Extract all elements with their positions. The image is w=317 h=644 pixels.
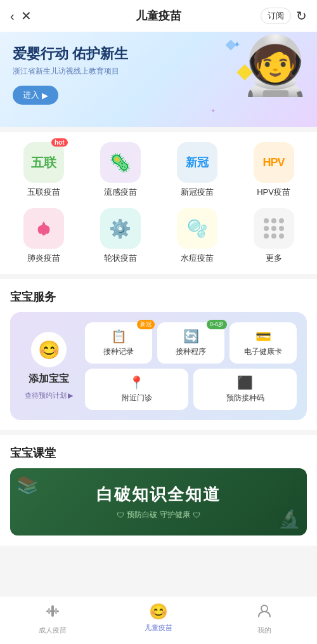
baby-service-card: 😊 添加宝宝 查待预约计划 ▶ 新冠 📋 接种记录 0-6岁 🔄 [10,312,307,420]
classroom-banner-subtitle: 🛡 预防白破 守护健康 🛡 [117,509,200,520]
vaccine-item-shuidu[interactable]: 🫧 水痘疫苗 [164,208,230,264]
back-icon[interactable]: ‹ [10,9,15,23]
service-item-yufang-ma[interactable]: ⬛ 预防接种码 [193,369,297,410]
star-decoration-2: ✦ [89,51,94,58]
chengxu-label: 接种程序 [176,346,206,357]
jilu-icon: 📋 [111,329,127,344]
add-baby-section[interactable]: 😊 添加宝宝 查待预约计划 ▶ [20,322,77,410]
classroom-deco-right: 🔬 [278,508,301,529]
vaccine-item-lun[interactable]: ⚙️ 轮状疫苗 [87,208,153,264]
vaccine-item-xinguan[interactable]: 新冠 新冠疫苗 [164,142,230,198]
service-grid-container: 新冠 📋 接种记录 0-6岁 🔄 接种程序 💳 电子健康卡 [85,322,297,410]
nav-item-mine[interactable]: 我的 [211,596,317,644]
vaccine-icon-xinguan: 新冠 [177,142,217,183]
refresh-icon[interactable]: ↻ [296,8,307,23]
menzhen-label: 附近门诊 [122,393,152,404]
vaccine-item-hpv[interactable]: HPV HPV疫苗 [240,142,307,198]
vaccine-label-more: 更多 [266,253,282,264]
child-vaccine-label: 儿童疫苗 [145,623,172,633]
vaccine-icon-wulian: 五联 hot [23,142,64,183]
vaccine-label-feiyan: 肺炎疫苗 [27,253,60,264]
bottom-nav: 成人疫苗 😊 儿童疫苗 我的 [0,596,317,644]
vaccine-label-shuidu: 水痘疫苗 [181,253,214,264]
chengxu-icon: 🔄 [183,329,199,344]
vaccine-label-hpv: HPV疫苗 [257,187,290,198]
banner: 爱婴行动 佑护新生 浙江省新生儿访视线上教育项目 进入 ▶ ✦ ✦ ✦ 🧑‍🚀 [0,32,317,127]
vaccine-item-feiyan[interactable]: 肺炎疫苗 [10,208,77,264]
star-decoration-3: ✦ [210,107,216,114]
banner-enter-button[interactable]: 进入 ▶ [13,86,58,105]
classroom-section: 宝宝课堂 📚 🔬 白破知识全知道 🛡 预防白破 守护健康 🛡 [0,435,317,546]
baby-avatar: 😊 [31,332,67,367]
vaccine-label-lun: 轮状疫苗 [104,253,137,264]
service-item-fujin-menzhen[interactable]: 📍 附近门诊 [85,369,188,410]
classroom-title: 宝宝课堂 [10,445,307,461]
svg-rect-1 [51,605,54,617]
svg-rect-3 [55,608,57,614]
jiankang-icon: 💳 [256,329,271,344]
vaccine-icon-liugan: 🦠 [100,142,141,183]
vaccine-item-wulian[interactable]: 五联 hot 五联疫苗 [10,142,77,198]
classroom-banner[interactable]: 📚 🔬 白破知识全知道 🛡 预防白破 守护健康 🛡 [10,468,307,536]
jilu-label: 接种记录 [103,346,134,357]
vaccine-label-liugan: 流感疫苗 [104,187,137,198]
service-badge-age: 0-6岁 [207,320,227,329]
service-grid-bottom: 📍 附近门诊 ⬛ 预防接种码 [85,369,297,410]
adult-vaccine-label: 成人疫苗 [39,626,67,635]
subscribe-button[interactable]: 订阅 [261,8,291,24]
classroom-banner-title: 白破知识全知道 [96,483,221,506]
adult-vaccine-icon [44,603,61,623]
baby-service-section: 宝宝服务 😊 添加宝宝 查待预约计划 ▶ 新冠 📋 接种记录 0-6岁 [0,279,317,430]
yufang-icon: ⬛ [237,375,253,390]
vaccine-section: 五联 hot 五联疫苗 🦠 流感疫苗 新冠 新冠疫苗 HPV HPV疫苗 [0,132,317,274]
service-item-jiankang-ka[interactable]: 💳 电子健康卡 [230,322,297,364]
close-icon[interactable]: ✕ [21,8,32,23]
mine-icon [256,603,273,623]
service-grid-top: 新冠 📋 接种记录 0-6岁 🔄 接种程序 💳 电子健康卡 [85,322,297,364]
service-item-jiezhong-jilu[interactable]: 新冠 📋 接种记录 [85,322,152,364]
hot-badge: hot [51,138,68,147]
header-nav: ‹ ✕ [10,8,32,23]
classroom-deco-left: 📚 [16,475,39,496]
vaccine-icon-lun: ⚙️ [100,208,141,249]
menzhen-icon: 📍 [129,375,145,390]
add-baby-subtext: 查待预约计划 ▶ [25,391,73,400]
vaccine-icon-more [254,208,294,249]
nav-item-child[interactable]: 😊 儿童疫苗 [106,596,212,644]
jiankang-label: 电子健康卡 [244,346,282,357]
header-actions: 订阅 ↻ [261,8,307,24]
svg-point-4 [261,605,268,612]
vaccine-label-wulian: 五联疫苗 [27,187,60,198]
service-badge-xinguan: 新冠 [137,320,155,329]
mine-label: 我的 [257,626,271,635]
vaccine-icon-shuidu: 🫧 [177,208,217,249]
yufang-label: 预防接种码 [226,393,264,404]
baby-service-title: 宝宝服务 [10,289,307,305]
vaccine-item-liugan[interactable]: 🦠 流感疫苗 [87,142,153,198]
vaccine-label-xinguan: 新冠疫苗 [181,187,214,198]
vaccine-icon-feiyan [23,208,64,249]
add-baby-text: 添加宝宝 [29,372,69,386]
service-item-jiezhong-chengxu[interactable]: 0-6岁 🔄 接种程序 [157,322,224,364]
banner-illustration: 🧑‍🚀 [240,37,311,94]
vaccine-grid: 五联 hot 五联疫苗 🦠 流感疫苗 新冠 新冠疫苗 HPV HPV疫苗 [10,142,307,264]
nav-item-adult[interactable]: 成人疫苗 [0,596,106,644]
page-title: 儿童疫苗 [136,8,181,23]
header: ‹ ✕ 儿童疫苗 订阅 ↻ [0,0,317,32]
vaccine-item-more[interactable]: 更多 [240,208,307,264]
svg-rect-2 [48,608,50,614]
vaccine-icon-hpv: HPV [254,142,294,183]
child-vaccine-icon: 😊 [149,603,168,621]
